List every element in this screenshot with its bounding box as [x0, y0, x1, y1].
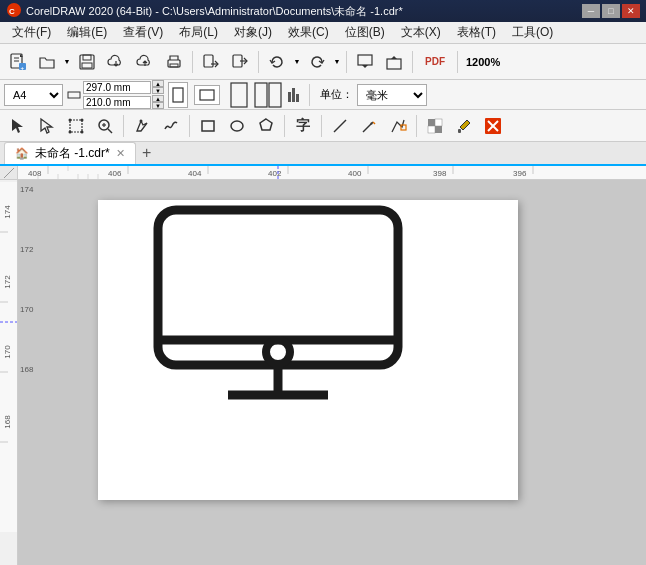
unit-select[interactable]: 毫米 像素 英寸 厘米 — [357, 84, 427, 106]
polygon-tool-button[interactable] — [252, 112, 280, 140]
minimize-button[interactable]: ─ — [582, 4, 600, 18]
svg-point-33 — [81, 130, 84, 133]
import-button[interactable] — [197, 48, 225, 76]
transform-tool-button[interactable] — [62, 112, 90, 140]
add-tab-button[interactable]: + — [136, 142, 158, 164]
svg-rect-13 — [204, 55, 213, 67]
svg-rect-24 — [231, 83, 247, 107]
height-up-button[interactable]: ▲ — [152, 95, 164, 102]
svg-rect-26 — [269, 83, 281, 107]
titlebar: C CorelDRAW 2020 (64-Bit) - C:\Users\Adm… — [0, 0, 646, 22]
undo-arrow[interactable]: ▼ — [292, 48, 302, 76]
svg-text:408: 408 — [28, 169, 42, 178]
svg-line-42 — [334, 120, 346, 132]
line-tool-button[interactable] — [326, 112, 354, 140]
svg-rect-29 — [70, 120, 82, 132]
menu-item-view[interactable]: 查看(V) — [115, 22, 171, 43]
main-toolbar: + ▼ ▼ ▼ PDF 120 — [0, 44, 646, 80]
svg-rect-19 — [387, 59, 401, 69]
width-icon — [67, 88, 81, 102]
document-tab[interactable]: 🏠 未命名 -1.cdr* ✕ — [4, 142, 136, 164]
export-button[interactable] — [226, 48, 254, 76]
canvas-area[interactable]: 174 172 170 168 — [18, 180, 646, 565]
menu-item-table[interactable]: 表格(T) — [449, 22, 504, 43]
text-tool-button[interactable]: 字 — [289, 112, 317, 140]
cloud-upload-button[interactable] — [131, 48, 159, 76]
horizontal-ruler: 408 406 404 402 400 398 396 — [0, 166, 646, 180]
freehand-tool-button[interactable] — [157, 112, 185, 140]
undo-button[interactable] — [263, 48, 291, 76]
tab-close-icon[interactable]: ✕ — [116, 147, 125, 160]
menu-item-text[interactable]: 文本(X) — [393, 22, 449, 43]
zoom-display: 1200% — [462, 56, 504, 68]
ellipse-tool-button[interactable] — [223, 112, 251, 140]
home-icon: 🏠 — [15, 147, 29, 160]
svg-point-90 — [266, 340, 290, 364]
crop-tool-button[interactable] — [479, 112, 507, 140]
page-view-options[interactable] — [288, 88, 299, 102]
menu-item-object[interactable]: 对象(J) — [226, 22, 280, 43]
portrait-button[interactable] — [168, 82, 188, 108]
menu-item-bitmap[interactable]: 位图(B) — [337, 22, 393, 43]
width-up-button[interactable]: ▲ — [152, 80, 164, 87]
redo-button[interactable] — [303, 48, 331, 76]
svg-point-38 — [140, 119, 143, 122]
zoom-tool-button[interactable] — [91, 112, 119, 140]
svg-rect-23 — [200, 90, 214, 100]
maximize-button[interactable]: □ — [602, 4, 620, 18]
menu-item-effects[interactable]: 效果(C) — [280, 22, 337, 43]
eyedropper-tool-button[interactable] — [450, 112, 478, 140]
vruler-svg: 174 172 170 168 — [0, 182, 17, 532]
menu-item-file[interactable]: 文件(F) — [4, 22, 59, 43]
menu-item-tools[interactable]: 工具(O) — [504, 22, 561, 43]
toolbar-separator4 — [412, 51, 413, 73]
connector-tool-button[interactable] — [355, 112, 383, 140]
toolbar2-sep2 — [189, 115, 190, 137]
svg-marker-41 — [260, 119, 272, 130]
print-button[interactable] — [160, 48, 188, 76]
menu-item-edit[interactable]: 编辑(E) — [59, 22, 115, 43]
order-up-button[interactable] — [380, 48, 408, 76]
single-page-button[interactable] — [228, 82, 250, 108]
svg-text:174: 174 — [3, 205, 12, 219]
save-button[interactable] — [73, 48, 101, 76]
redo-arrow[interactable]: ▼ — [332, 48, 342, 76]
svg-point-40 — [231, 121, 243, 131]
rect-tool-button[interactable] — [194, 112, 222, 140]
window-controls: ─ □ ✕ — [582, 4, 640, 18]
title-text: CorelDRAW 2020 (64-Bit) - C:\Users\Admin… — [26, 4, 582, 19]
width-down-button[interactable]: ▼ — [152, 87, 164, 94]
svg-text:400: 400 — [348, 169, 362, 178]
open-arrow[interactable]: ▼ — [62, 48, 72, 76]
landscape-button[interactable] — [194, 85, 220, 105]
svg-text:404: 404 — [188, 169, 202, 178]
select-tool-button[interactable] — [4, 112, 32, 140]
coord-label-170: 170 — [20, 305, 33, 314]
toolbar2-sep3 — [284, 115, 285, 137]
height-down-button[interactable]: ▼ — [152, 102, 164, 109]
fill-tool-button[interactable] — [421, 112, 449, 140]
svg-text:+: + — [21, 65, 25, 71]
pdf-button[interactable]: PDF — [417, 48, 453, 76]
ruler-corner — [0, 166, 18, 180]
close-button[interactable]: ✕ — [622, 4, 640, 18]
open-button[interactable] — [33, 48, 61, 76]
subselect-tool-button[interactable] — [33, 112, 61, 140]
svg-text:C: C — [9, 7, 15, 16]
new-button[interactable]: + — [4, 48, 32, 76]
svg-rect-47 — [428, 119, 435, 126]
pen-tool-button[interactable] — [128, 112, 156, 140]
svg-point-31 — [81, 118, 84, 121]
cloud-sync-button[interactable] — [102, 48, 130, 76]
double-page-button[interactable] — [254, 82, 282, 108]
page-size-select[interactable]: A4 A3 Letter — [4, 84, 63, 106]
smart-draw-button[interactable] — [384, 112, 412, 140]
menu-item-layout[interactable]: 布局(L) — [171, 22, 226, 43]
order-down-button[interactable] — [351, 48, 379, 76]
svg-text:168: 168 — [3, 415, 12, 429]
width-input[interactable] — [83, 81, 151, 94]
height-input[interactable] — [83, 96, 151, 109]
svg-marker-28 — [41, 119, 52, 133]
svg-rect-50 — [435, 126, 442, 133]
svg-line-45 — [373, 122, 375, 124]
